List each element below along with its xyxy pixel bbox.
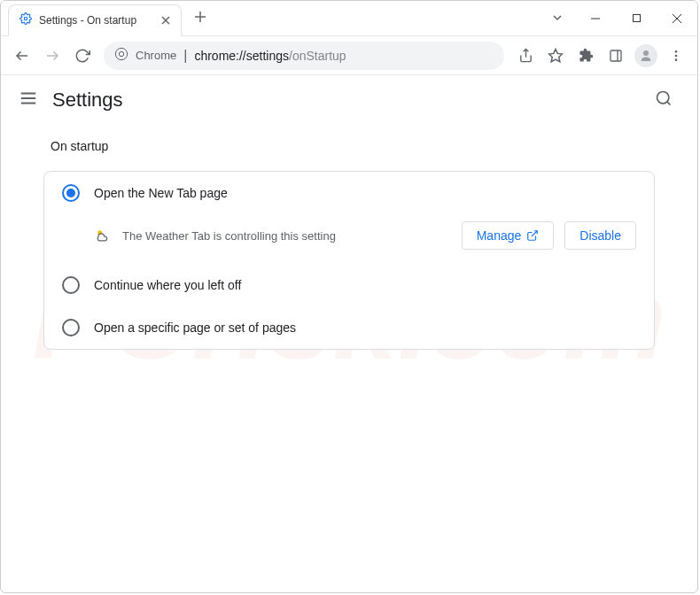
svg-line-25 <box>667 102 671 105</box>
svg-marker-14 <box>549 49 563 61</box>
manage-label: Manage <box>477 228 522 243</box>
option-specific-pages[interactable]: Open a specific page or set of pages <box>44 306 654 349</box>
option-label: Open the New Tab page <box>94 186 228 200</box>
tab-title: Settings - On startup <box>39 14 136 27</box>
url-strong: chrome://settings <box>194 49 289 63</box>
page-title: Settings <box>52 89 123 112</box>
manage-button[interactable]: Manage <box>462 221 555 250</box>
reload-button[interactable] <box>68 42 97 70</box>
address-chip: Chrome <box>136 49 176 62</box>
new-tab-button[interactable] <box>189 5 212 32</box>
svg-point-0 <box>24 17 27 20</box>
bookmark-star-icon[interactable] <box>541 42 570 70</box>
radio-unselected[interactable] <box>62 276 80 294</box>
weather-extension-icon <box>94 227 112 244</box>
search-icon[interactable] <box>648 82 680 118</box>
chrome-logo-icon <box>114 47 128 65</box>
svg-point-18 <box>675 50 678 53</box>
extensions-icon[interactable] <box>572 42 600 70</box>
address-bar[interactable]: Chrome | chrome://settings/onStartup <box>104 42 504 70</box>
svg-point-19 <box>675 54 678 57</box>
share-icon[interactable] <box>511 42 540 70</box>
extension-control-notice: The Weather Tab is controlling this sett… <box>44 214 654 264</box>
gear-icon <box>19 12 32 28</box>
content-area: On startup Open the New Tab page The Wea… <box>1 125 697 364</box>
sidepanel-icon[interactable] <box>602 42 630 70</box>
extension-notice-text: The Weather Tab is controlling this sett… <box>122 229 451 243</box>
on-startup-card: Open the New Tab page The Weather Tab is… <box>43 171 655 350</box>
option-continue[interactable]: Continue where you left off <box>44 264 654 306</box>
kebab-menu-icon[interactable] <box>662 42 690 70</box>
url-rest: /onStartup <box>289 49 346 63</box>
external-link-icon <box>526 229 539 242</box>
disable-button[interactable]: Disable <box>564 221 636 250</box>
hamburger-menu-icon[interactable] <box>19 89 38 112</box>
svg-rect-6 <box>633 15 640 22</box>
forward-button[interactable] <box>38 42 66 70</box>
browser-tab[interactable]: Settings - On startup <box>8 4 182 36</box>
back-button[interactable] <box>8 42 36 70</box>
svg-rect-15 <box>611 50 621 61</box>
close-tab-icon[interactable] <box>161 12 170 28</box>
titlebar: Settings - On startup <box>1 1 697 36</box>
chevron-down-icon[interactable] <box>547 5 568 32</box>
profile-avatar[interactable] <box>632 42 660 70</box>
svg-line-27 <box>532 231 537 236</box>
svg-point-11 <box>115 48 127 59</box>
svg-point-20 <box>675 58 678 61</box>
svg-point-17 <box>643 50 649 56</box>
svg-point-24 <box>657 92 669 104</box>
toolbar: Chrome | chrome://settings/onStartup <box>1 36 697 75</box>
svg-point-12 <box>119 51 123 56</box>
radio-unselected[interactable] <box>62 319 80 336</box>
maximize-button[interactable] <box>616 1 657 36</box>
option-label: Open a specific page or set of pages <box>94 321 296 335</box>
disable-label: Disable <box>579 228 621 243</box>
option-label: Continue where you left off <box>94 278 241 292</box>
option-new-tab-page[interactable]: Open the New Tab page <box>44 172 654 214</box>
address-divider: | <box>183 48 187 64</box>
close-window-button[interactable] <box>657 1 697 36</box>
minimize-button[interactable] <box>575 1 616 36</box>
radio-selected[interactable] <box>62 184 80 202</box>
section-title: On startup <box>51 139 655 153</box>
settings-header: Settings <box>1 75 697 125</box>
